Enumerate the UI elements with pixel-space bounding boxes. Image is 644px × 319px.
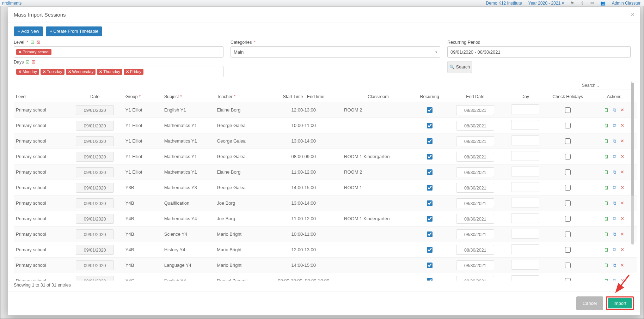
delete-icon[interactable]: ✕ — [620, 107, 624, 113]
recurring-checkbox[interactable] — [427, 216, 433, 222]
copy-icon[interactable]: ⧉ — [613, 107, 616, 113]
delete-icon[interactable]: ✕ — [620, 138, 624, 144]
recurring-checkbox[interactable] — [427, 169, 433, 175]
date-input[interactable]: 09/01/2020 — [76, 105, 114, 115]
copy-icon[interactable]: ⧉ — [613, 200, 616, 206]
calendar-icon[interactable]: 🗓 — [604, 154, 609, 160]
recurring-checkbox[interactable] — [427, 278, 433, 281]
remove-icon[interactable]: ✕ — [68, 70, 71, 74]
tag-primary-school[interactable]: ✕Primary school — [16, 49, 51, 55]
enddate-input[interactable]: 08/30/2021 — [456, 136, 494, 146]
remove-icon[interactable]: ✕ — [18, 70, 22, 74]
enddate-input[interactable]: 08/30/2021 — [456, 198, 494, 208]
copy-icon[interactable]: ⧉ — [613, 263, 616, 268]
day-input[interactable] — [511, 229, 539, 239]
calendar-icon[interactable]: 🗓 — [604, 216, 609, 222]
holidays-checkbox[interactable] — [565, 231, 571, 237]
holidays-checkbox[interactable] — [565, 185, 571, 191]
delete-icon[interactable]: ✕ — [620, 200, 624, 206]
enddate-input[interactable]: 08/30/2021 — [456, 260, 494, 270]
import-button[interactable]: Import — [608, 298, 632, 308]
recurring-checkbox[interactable] — [427, 231, 433, 237]
date-input[interactable]: 09/01/2020 — [76, 152, 114, 162]
remove-icon[interactable]: ✕ — [99, 70, 102, 74]
date-input[interactable]: 09/01/2020 — [76, 245, 114, 255]
year-link[interactable]: Year 2020 - 2021 ▾ — [528, 1, 564, 6]
users-icon[interactable]: 👥 — [600, 1, 606, 6]
day-input[interactable] — [511, 244, 539, 254]
copy-icon[interactable]: ⧉ — [613, 278, 616, 281]
remove-icon[interactable]: ✕ — [18, 50, 22, 54]
recurring-checkbox[interactable] — [427, 154, 433, 160]
col-enddate[interactable]: End Date — [445, 91, 506, 102]
select-all-icon[interactable]: ☑ — [26, 60, 30, 65]
recurring-checkbox[interactable] — [427, 247, 433, 253]
remove-icon[interactable]: ✕ — [126, 70, 129, 74]
recurring-checkbox[interactable] — [427, 263, 433, 268]
day-input[interactable] — [511, 120, 539, 130]
day-input[interactable] — [511, 260, 539, 270]
calendar-icon[interactable]: 🗓 — [604, 247, 609, 253]
recurring-checkbox[interactable] — [427, 123, 433, 128]
delete-icon[interactable]: ✕ — [620, 231, 624, 237]
cancel-button[interactable]: Cancel — [576, 296, 603, 310]
tag-wednesday[interactable]: ✕Wednesday — [66, 69, 96, 75]
col-day[interactable]: Day — [506, 91, 545, 102]
enddate-input[interactable]: 08/30/2021 — [456, 152, 494, 162]
date-input[interactable]: 09/01/2020 — [76, 167, 114, 177]
enddate-input[interactable]: 08/30/2021 — [456, 121, 494, 131]
create-from-timetable-button[interactable]: +Create From Timetable — [46, 26, 102, 36]
copy-icon[interactable]: ⧉ — [613, 216, 616, 222]
clear-all-icon[interactable]: ☒ — [36, 40, 40, 45]
col-teacher[interactable]: Teacher * — [215, 91, 265, 102]
calendar-icon[interactable]: 🗓 — [604, 169, 609, 175]
flag-icon[interactable]: ⚑ — [570, 1, 574, 6]
level-tagbox[interactable]: ✕Primary school — [14, 46, 223, 58]
select-all-icon[interactable]: ☑ — [30, 40, 34, 45]
day-input[interactable] — [511, 104, 539, 114]
calendar-icon[interactable]: 🗓 — [604, 185, 609, 191]
close-icon[interactable]: × — [631, 11, 634, 18]
tag-monday[interactable]: ✕Monday — [16, 69, 39, 75]
calendar-icon[interactable]: 🗓 — [604, 123, 609, 128]
date-input[interactable]: 09/01/2020 — [76, 214, 114, 224]
delete-icon[interactable]: ✕ — [620, 123, 624, 128]
delete-icon[interactable]: ✕ — [620, 216, 624, 221]
enddate-input[interactable]: 08/30/2021 — [456, 229, 494, 239]
holidays-checkbox[interactable] — [565, 154, 571, 160]
day-input[interactable] — [511, 136, 539, 145]
recurring-checkbox[interactable] — [427, 107, 433, 113]
copy-icon[interactable]: ⧉ — [613, 123, 616, 128]
export-icon[interactable]: ⇪ — [581, 1, 584, 6]
recurring-checkbox[interactable] — [427, 200, 433, 206]
categories-select[interactable]: Main ▾ — [231, 46, 440, 58]
holidays-checkbox[interactable] — [565, 107, 571, 113]
date-input[interactable]: 09/01/2020 — [76, 183, 114, 193]
delete-icon[interactable]: ✕ — [620, 185, 624, 190]
copy-icon[interactable]: ⧉ — [613, 138, 616, 144]
date-input[interactable]: 09/01/2020 — [76, 136, 114, 146]
holidays-checkbox[interactable] — [565, 216, 571, 222]
date-input[interactable]: 09/01/2020 — [76, 198, 114, 208]
holidays-checkbox[interactable] — [565, 278, 571, 281]
date-input[interactable]: 09/01/2020 — [76, 276, 114, 281]
calendar-icon[interactable]: 🗓 — [604, 107, 609, 113]
tag-friday[interactable]: ✕Friday — [124, 69, 143, 75]
enddate-input[interactable]: 08/30/2021 — [456, 245, 494, 255]
user-link[interactable]: Admin Classter — [612, 1, 640, 6]
col-check[interactable]: Check Holidays — [545, 91, 591, 102]
col-classroom[interactable]: Classroom — [342, 91, 415, 102]
remove-icon[interactable]: ✕ — [43, 70, 46, 74]
col-recurring[interactable]: Recurring — [415, 91, 445, 102]
copy-icon[interactable]: ⧉ — [613, 185, 616, 191]
calendar-icon[interactable]: 🗓 — [604, 231, 609, 237]
day-input[interactable] — [511, 182, 539, 192]
scrollbar[interactable] — [631, 83, 634, 245]
delete-icon[interactable]: ✕ — [620, 247, 624, 252]
clear-all-icon[interactable]: ☒ — [32, 60, 36, 65]
date-input[interactable]: 09/01/2020 — [76, 260, 114, 270]
mail-icon[interactable]: ✉ — [590, 1, 594, 6]
calendar-icon[interactable]: 🗓 — [604, 263, 609, 268]
col-level[interactable]: Level — [14, 91, 66, 102]
delete-icon[interactable]: ✕ — [620, 278, 624, 281]
